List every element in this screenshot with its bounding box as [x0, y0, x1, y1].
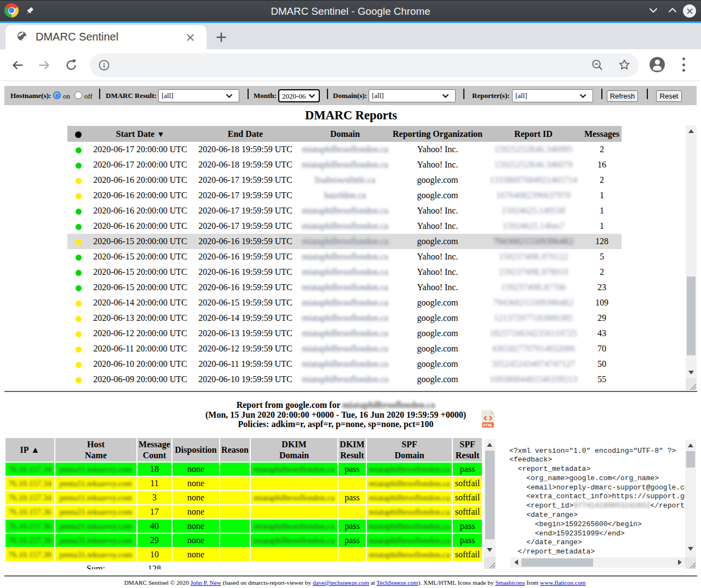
svg-text:HTML: HTML — [483, 423, 493, 427]
